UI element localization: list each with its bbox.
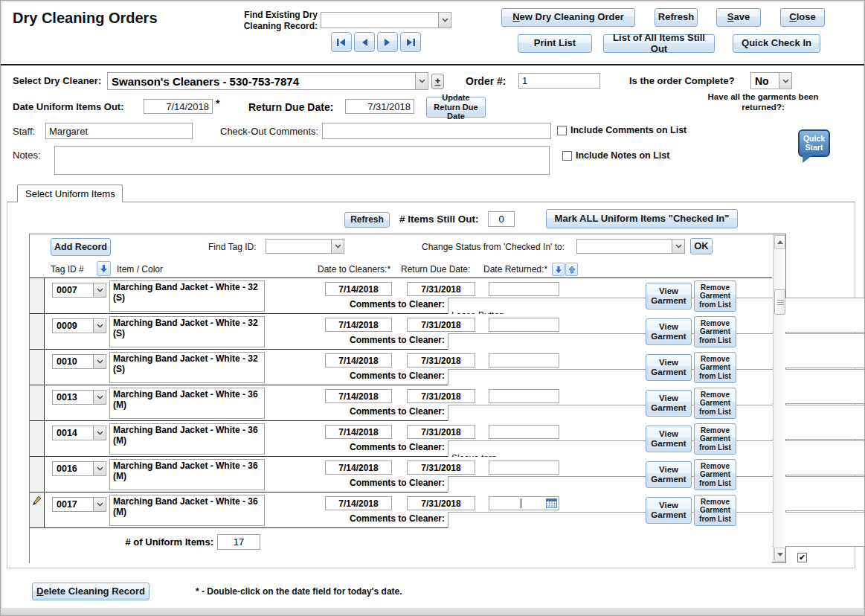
save-button[interactable]: Save <box>716 8 761 27</box>
remove-garment-from-list-button[interactable]: Remove Garment from List <box>694 459 736 490</box>
date-returned-cell[interactable] <box>489 389 559 403</box>
delete-cleaning-record-button[interactable]: Delete Cleaning Record <box>32 583 149 600</box>
tag-id-combobox[interactable]: 0010 <box>52 354 106 369</box>
dry-cleaner-combobox[interactable]: Swanson's Cleaners - 530-753-7874 <box>107 72 428 90</box>
item-color-value[interactable]: Marching Band Jacket - White - 36 (M) <box>109 388 265 419</box>
calendar-icon[interactable] <box>546 498 557 510</box>
date-to-cleaners-input[interactable] <box>326 283 391 295</box>
new-dry-cleaning-order-button[interactable]: New Dry Cleaning Order <box>501 8 635 27</box>
date-to-cleaners-cell[interactable] <box>325 425 392 439</box>
find-record-combobox[interactable] <box>321 12 451 28</box>
return-due-date-input[interactable] <box>408 426 475 438</box>
remove-garment-from-list-button[interactable]: Remove Garment from List <box>694 388 736 419</box>
date-returned-input[interactable] <box>494 426 533 438</box>
view-garment-button[interactable]: View Garment <box>646 318 692 345</box>
tag-id-combobox[interactable]: 0007 <box>52 283 106 298</box>
record-selector[interactable] <box>30 493 45 527</box>
ok-button[interactable]: OK <box>690 238 713 254</box>
chevron-down-icon[interactable] <box>93 355 106 368</box>
find-tag-id-combobox[interactable] <box>266 239 344 254</box>
date-returned-input[interactable] <box>494 498 533 510</box>
date-to-cleaners-cell[interactable] <box>325 389 392 403</box>
date-to-cleaners-input[interactable] <box>326 319 391 331</box>
order-number-input[interactable] <box>518 73 600 89</box>
close-button[interactable]: Close <box>780 8 825 27</box>
record-selector[interactable] <box>30 457 45 492</box>
item-color-value[interactable]: Marching Band Jacket - White - 36 (M) <box>109 423 265 455</box>
date-to-cleaners-cell[interactable] <box>325 318 392 332</box>
date-returned-input[interactable] <box>494 462 533 474</box>
grid-vertical-scrollbar[interactable] <box>773 234 785 562</box>
date-returned-cell[interactable] <box>489 461 559 475</box>
date-to-cleaners-cell[interactable] <box>325 282 392 296</box>
date-returned-cell[interactable] <box>489 318 559 332</box>
date-to-cleaners-cell[interactable] <box>325 461 392 475</box>
include-notes-checkbox[interactable] <box>562 151 572 161</box>
date-returned-input[interactable] <box>494 355 533 367</box>
return-due-input[interactable] <box>345 99 414 114</box>
print-list-button[interactable]: Print List <box>518 34 592 53</box>
chevron-down-icon[interactable] <box>93 283 106 297</box>
chevron-down-icon[interactable] <box>93 498 106 511</box>
tag-id-combobox[interactable]: 0014 <box>52 426 106 440</box>
remove-garment-from-list-button[interactable]: Remove Garment from List <box>694 495 736 526</box>
refresh-button[interactable]: Refresh <box>655 8 698 27</box>
table-bottom-checkbox[interactable] <box>797 553 807 562</box>
sort-date-returned-asc-button[interactable] <box>565 263 578 276</box>
record-selector[interactable] <box>30 350 45 385</box>
date-to-cleaners-input[interactable] <box>326 462 391 474</box>
record-selector[interactable] <box>30 314 45 349</box>
quick-check-in-button[interactable]: Quick Check In <box>733 34 820 53</box>
item-color-value[interactable]: Marching Band Jacket - White - 36 (M) <box>109 495 265 526</box>
remove-garment-from-list-button[interactable]: Remove Garment from List <box>694 280 736 312</box>
date-to-cleaners-input[interactable] <box>326 426 391 438</box>
date-returned-cell[interactable] <box>489 282 559 296</box>
return-due-date-cell[interactable] <box>407 496 475 510</box>
chevron-down-icon[interactable] <box>331 240 344 253</box>
record-selector[interactable] <box>30 278 45 313</box>
chevron-down-icon[interactable] <box>438 13 451 28</box>
return-due-date-cell[interactable] <box>407 461 475 475</box>
sort-tag-id-button[interactable] <box>97 261 111 276</box>
sort-date-returned-desc-button[interactable] <box>552 263 565 276</box>
date-to-cleaners-cell[interactable] <box>325 496 392 510</box>
scrollbar-thumb[interactable] <box>774 289 785 315</box>
return-due-date-input[interactable] <box>408 498 475 510</box>
add-cleaner-button[interactable]: + <box>431 74 444 89</box>
return-due-date-cell[interactable] <box>407 282 475 296</box>
notes-textarea[interactable] <box>54 146 550 175</box>
mark-all-checked-in-button[interactable]: Mark ALL Uniform Items "Checked In" <box>546 209 738 228</box>
chevron-down-icon[interactable] <box>415 73 428 89</box>
item-color-value[interactable]: Marching Band Jacket - White - 36 (M) <box>109 459 265 490</box>
date-to-cleaners-cell[interactable] <box>325 353 392 368</box>
last-record-button[interactable] <box>400 32 421 52</box>
tag-id-combobox[interactable]: 0009 <box>52 318 106 333</box>
record-selector[interactable] <box>30 385 45 420</box>
include-comments-checkbox[interactable] <box>557 126 567 135</box>
tag-id-combobox[interactable]: 0016 <box>52 461 106 476</box>
date-to-cleaners-input[interactable] <box>326 355 391 367</box>
return-due-date-cell[interactable] <box>407 318 475 332</box>
chevron-down-icon[interactable] <box>93 391 106 404</box>
remove-garment-from-list-button[interactable]: Remove Garment from List <box>694 352 736 383</box>
record-selector[interactable] <box>30 421 45 456</box>
date-returned-cell[interactable] <box>489 353 559 368</box>
list-all-items-still-out-button[interactable]: List of All Items Still Out <box>603 34 715 53</box>
item-color-value[interactable]: Marching Band Jacket - White - 32 (S) <box>109 316 265 347</box>
chevron-down-icon[interactable] <box>672 240 684 253</box>
change-status-combobox[interactable] <box>576 239 685 254</box>
date-to-cleaners-input[interactable] <box>326 498 391 510</box>
staff-input[interactable] <box>45 123 193 139</box>
update-return-due-date-button[interactable]: Update Return Due Date <box>426 97 486 118</box>
tab-select-uniform-items[interactable]: Select Uniform Items <box>17 185 123 202</box>
tag-id-combobox[interactable]: 0017 <box>52 497 106 512</box>
return-due-date-input[interactable] <box>408 355 475 367</box>
date-out-input[interactable] <box>144 99 213 114</box>
date-returned-input[interactable] <box>494 283 533 295</box>
next-record-button[interactable] <box>377 32 398 52</box>
view-garment-button[interactable]: View Garment <box>646 390 692 417</box>
remove-garment-from-list-button[interactable]: Remove Garment from List <box>694 423 736 455</box>
return-due-date-cell[interactable] <box>407 425 475 439</box>
chevron-down-icon[interactable] <box>93 426 106 440</box>
return-due-date-input[interactable] <box>408 283 475 295</box>
